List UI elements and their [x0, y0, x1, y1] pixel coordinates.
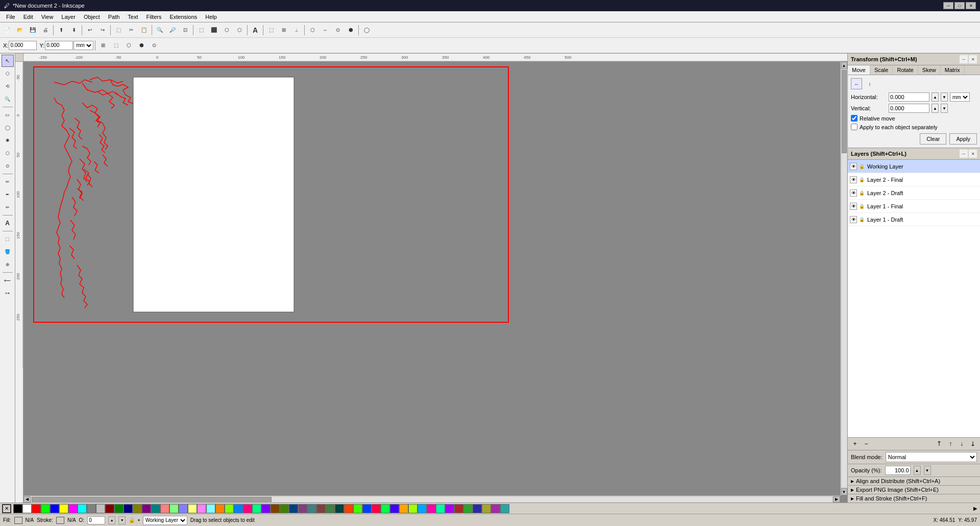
palette-color-swatch[interactable] — [454, 504, 463, 513]
layers-close-btn[interactable]: ✕ — [969, 150, 977, 158]
palette-color-swatch[interactable] — [326, 504, 335, 513]
snap3-btn[interactable]: ⬢ — [345, 24, 357, 36]
status-layer-select[interactable]: Working Layer Layer 2 - Final Layer 2 - … — [143, 516, 187, 525]
palette-color-swatch[interactable] — [78, 504, 87, 513]
palette-color-swatch[interactable] — [160, 504, 169, 513]
rubber-btn[interactable]: ⬢ — [135, 39, 148, 52]
opacity-status-up[interactable]: ▲ — [108, 516, 115, 524]
palette-color-swatch[interactable] — [316, 504, 326, 513]
opacity-status-input[interactable] — [87, 516, 105, 524]
palette-color-swatch[interactable] — [418, 504, 427, 513]
new-button[interactable]: 📄 — [1, 24, 13, 36]
h-down-btn[interactable]: ▼ — [941, 92, 948, 102]
clear-button[interactable]: Clear — [920, 133, 946, 145]
layer-row-l2d[interactable]: 👁 🔒 Layer 2 - Draft — [848, 186, 980, 200]
v-down-btn[interactable]: ▼ — [941, 104, 948, 113]
v-scrollbar[interactable]: ▲ ▼ — [840, 62, 847, 495]
menu-file[interactable]: File — [2, 13, 19, 21]
palette-color-swatch[interactable] — [215, 504, 225, 513]
palette-color-swatch[interactable] — [482, 504, 491, 513]
redo-button[interactable]: ↪ — [96, 24, 109, 36]
palette-color-swatch[interactable] — [344, 504, 353, 513]
menu-edit[interactable]: Edit — [19, 13, 37, 21]
palette-color-swatch[interactable] — [105, 504, 114, 513]
select-all-btn[interactable]: ⊙ — [148, 39, 160, 52]
move-h-btn[interactable]: ↔ — [851, 78, 862, 89]
palette-color-swatch[interactable] — [335, 504, 344, 513]
no-color-btn[interactable]: ✕ — [2, 504, 11, 513]
palette-color-swatch[interactable] — [271, 504, 280, 513]
vertical-input[interactable] — [889, 104, 929, 113]
zoom-in-button[interactable]: 🔍 — [154, 24, 166, 36]
circle-tool[interactable]: ◯ — [2, 122, 14, 134]
layer-row-working[interactable]: 👁 🔒 Working Layer — [848, 160, 980, 173]
layer-lock-l2d[interactable]: 🔒 — [858, 189, 865, 197]
scroll-left-btn[interactable]: ◀ — [23, 496, 31, 503]
layer-down-btn[interactable]: ↓ — [957, 439, 967, 449]
grid-btn[interactable]: ⊞ — [278, 24, 290, 36]
palette-color-swatch[interactable] — [22, 504, 32, 513]
minimize-button[interactable]: ─ — [943, 2, 953, 9]
palette-color-swatch[interactable] — [445, 504, 454, 513]
lower-button[interactable]: ⬡ — [233, 24, 246, 36]
menu-layer[interactable]: Layer — [57, 13, 80, 21]
palette-color-swatch[interactable] — [427, 504, 436, 513]
scroll-up-btn[interactable]: ▲ — [841, 62, 847, 69]
palette-color-swatch[interactable] — [252, 504, 261, 513]
tweak-tool[interactable]: ⟲ — [2, 80, 14, 92]
h-scroll-thumb[interactable] — [32, 497, 272, 502]
blend-select[interactable]: Normal Multiply Screen Overlay — [886, 452, 977, 462]
node-tool[interactable]: ⬡ — [2, 67, 14, 80]
layer-lock-l1f[interactable]: 🔒 — [858, 203, 865, 210]
cut-button[interactable]: ✂ — [125, 24, 137, 36]
tab-scale[interactable]: Scale — [870, 65, 893, 75]
palette-color-swatch[interactable] — [399, 504, 408, 513]
fill-btn[interactable]: ⬚ — [265, 24, 277, 36]
palette-color-swatch[interactable] — [87, 504, 96, 513]
zoom-tool[interactable]: 🔍 — [2, 93, 14, 105]
palette-color-swatch[interactable] — [133, 504, 142, 513]
panel-close-btn[interactable]: ✕ — [969, 55, 977, 63]
palette-color-swatch[interactable] — [41, 504, 50, 513]
fill-tool[interactable]: 🪣 — [2, 246, 14, 258]
palette-color-swatch[interactable] — [436, 504, 445, 513]
palette-color-swatch[interactable] — [169, 504, 179, 513]
opacity-status-down[interactable]: ▼ — [118, 516, 126, 524]
spiral-tool[interactable]: ⊙ — [2, 160, 14, 172]
layer-to-bottom-btn[interactable]: ⤓ — [968, 439, 978, 449]
palette-color-swatch[interactable] — [491, 504, 500, 513]
star-tool[interactable]: ✱ — [2, 134, 14, 147]
transform-btn[interactable]: ↔ — [319, 24, 331, 36]
select-tool[interactable]: ↖ — [2, 55, 14, 67]
palette-color-swatch[interactable] — [298, 504, 307, 513]
layer-eye-working[interactable]: 👁 — [850, 163, 857, 170]
relative-move-checkbox[interactable] — [851, 115, 857, 122]
tab-move[interactable]: Move — [848, 65, 870, 75]
export-png-header[interactable]: ▶ Export PNG Image (Shift+Ctrl+E) — [848, 485, 980, 494]
menu-text[interactable]: Text — [124, 13, 142, 21]
group-button[interactable]: ⬚ — [195, 24, 207, 36]
palette-color-swatch[interactable] — [243, 504, 252, 513]
measure-tool[interactable]: ⊶ — [2, 287, 14, 299]
layer-up-btn[interactable]: ↑ — [945, 439, 955, 449]
apply-button[interactable]: Apply — [949, 133, 977, 145]
palette-color-swatch[interactable] — [261, 504, 271, 513]
y-input[interactable] — [45, 41, 73, 50]
palette-color-swatch[interactable] — [151, 504, 160, 513]
menu-help[interactable]: Help — [201, 13, 221, 21]
palette-color-swatch[interactable] — [500, 504, 509, 513]
paste-button[interactable]: 📋 — [138, 24, 150, 36]
palette-color-swatch[interactable] — [362, 504, 372, 513]
scroll-right-btn[interactable]: ▶ — [833, 496, 840, 503]
palette-color-swatch[interactable] — [68, 504, 78, 513]
v-up-btn[interactable]: ▲ — [932, 104, 939, 113]
palette-color-swatch[interactable] — [206, 504, 215, 513]
h-scroll-track[interactable] — [32, 497, 832, 502]
scroll-down-btn[interactable]: ▼ — [841, 488, 847, 495]
menu-view[interactable]: View — [37, 13, 58, 21]
layers-minimize-btn[interactable]: ─ — [960, 150, 968, 158]
palette-color-swatch[interactable] — [50, 504, 59, 513]
palette-color-swatch[interactable] — [289, 504, 298, 513]
add-layer-btn[interactable]: + — [850, 439, 860, 449]
snap2-btn[interactable]: ⊙ — [332, 24, 344, 36]
